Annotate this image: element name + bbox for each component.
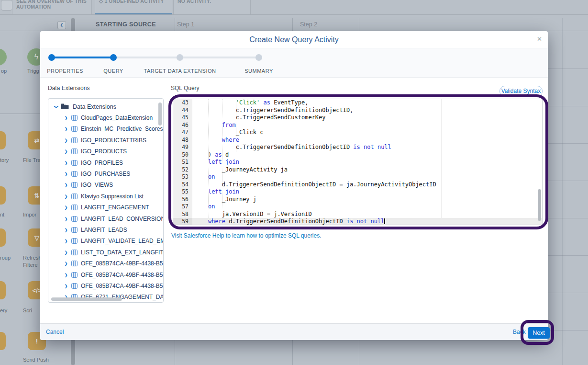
tree-item[interactable]: ❯OFE_085B74CA-49BF-4438-B566-	[48, 269, 163, 280]
chevron-right-icon[interactable]: ❯	[64, 205, 68, 210]
code-line-55[interactable]: 55 left join	[173, 188, 542, 196]
line-number: 47	[173, 129, 192, 137]
code-line-57[interactable]: 57 on	[173, 203, 542, 211]
code-line-49[interactable]: 49 c.TriggererSendDefinitionObjectID is …	[173, 144, 542, 151]
tree-item[interactable]: ❯IGO_VIEWS	[48, 180, 163, 191]
code-line-44[interactable]: 44 c.TriggererSendDefinitionObjectID,	[173, 107, 542, 114]
collapse-palette-button[interactable]: ❮	[57, 21, 66, 29]
chevron-right-icon[interactable]: ❯	[64, 160, 68, 165]
code-line-48[interactable]: 48 where	[173, 137, 542, 144]
palette-activity-icon[interactable]	[0, 281, 6, 299]
validate-syntax-button[interactable]: Validate Syntax	[499, 86, 543, 97]
chevron-right-icon[interactable]: ❯	[64, 138, 68, 143]
line-number: 54	[173, 181, 192, 189]
chevron-right-icon[interactable]: ❯	[64, 261, 68, 266]
data-extensions-tree: ❯ Data Extensions ❯CloudPages_DataExtens…	[48, 98, 164, 303]
create-query-activity-modal: Create New Query Activity ✕ PROPERTIESQU…	[40, 31, 548, 340]
code-line-43[interactable]: 43 'Click' as EventType,	[173, 99, 542, 107]
palette-label: Refresh Filtere	[23, 254, 42, 269]
close-icon[interactable]: ✕	[537, 36, 542, 42]
tree-item[interactable]: ❯OFE_085B74CA-49BF-4438-B566-	[48, 280, 163, 291]
code-line-54[interactable]: 54 d.TriggererSendDefinitionObjectID = j…	[173, 181, 542, 189]
step-dot-query[interactable]	[110, 54, 117, 61]
tree-item[interactable]: ❯IGO_PRODUCTATTRIBS	[48, 135, 163, 146]
data-extensions-heading: Data Extensions	[48, 85, 89, 91]
sql-help-link[interactable]: Visit Salesforce Help to learn how to op…	[171, 232, 322, 239]
back-link[interactable]: Back	[513, 329, 526, 335]
sql-editor[interactable]: 43 'Click' as EventType,44 c.TriggererSe…	[173, 99, 543, 225]
tab-no-activity[interactable]: NO ACTIVITY.	[173, 0, 251, 15]
chevron-right-icon[interactable]: ❯	[64, 126, 68, 131]
tree-item[interactable]: ❯Klaviyo Suppression List	[48, 191, 163, 202]
code-line-56[interactable]: 56 _Journey j	[173, 196, 542, 204]
palette-label: Scri	[23, 307, 32, 314]
sql-query-heading: SQL Query	[171, 85, 200, 91]
palette-label: Impor	[23, 211, 36, 218]
data-extension-icon	[71, 272, 78, 278]
tree-vertical-scrollbar[interactable]	[158, 103, 162, 125]
step-dot-target-data-extension[interactable]	[177, 54, 183, 61]
line-number: 44	[173, 107, 192, 114]
editor-scrollbar[interactable]	[538, 189, 541, 221]
line-number: 49	[173, 144, 192, 151]
tree-item[interactable]: ❯OFE_085B74CA-49BF-4438-B566-	[48, 258, 163, 269]
line-number: 56	[173, 196, 192, 204]
chevron-right-icon[interactable]: ❯	[64, 284, 68, 288]
tree-item[interactable]: ❯IGO_PROFILES	[48, 157, 163, 168]
chevron-right-icon[interactable]: ❯	[64, 182, 68, 187]
palette-activity-icon[interactable]	[0, 228, 6, 247]
chevron-right-icon[interactable]: ❯	[64, 273, 68, 277]
tree-horizontal-scrollbar[interactable]	[51, 297, 122, 301]
line-number: 52	[173, 166, 192, 174]
palette-activity-icon[interactable]	[0, 131, 6, 149]
tree-item[interactable]: ❯LANGFIT_VALIDATE_LEAD_EMAIL_	[48, 236, 163, 247]
chevron-down-icon[interactable]: ❯	[54, 104, 59, 109]
palette-activity-icon[interactable]	[0, 332, 6, 350]
chevron-right-icon[interactable]: ❯	[64, 171, 68, 176]
chevron-right-icon[interactable]: ❯	[64, 228, 68, 232]
code-line-59[interactable]: 59 where d.TriggererSendDefinitionObject…	[173, 218, 542, 225]
palette-label: tory	[0, 157, 9, 164]
data-extension-icon	[71, 216, 78, 222]
tree-item[interactable]: ❯LANGFIT_ENGAGEMENT	[48, 202, 163, 213]
chevron-right-icon[interactable]: ❯	[64, 149, 68, 154]
code-line-51[interactable]: 51 left join	[173, 159, 542, 166]
code-line-53[interactable]: 53 on	[173, 173, 542, 181]
chevron-right-icon[interactable]: ❯	[64, 239, 68, 243]
palette-activity-icon[interactable]	[0, 186, 6, 205]
column-header-step1: Step 1	[177, 21, 194, 28]
tree-item[interactable]: ❯LANGFIT_LEADS	[48, 224, 163, 235]
code-line-50[interactable]: 50 ) as d	[173, 151, 542, 159]
chevron-right-icon[interactable]: ❯	[64, 194, 68, 199]
tree-item[interactable]: ❯IGO_PURCHASES	[48, 168, 163, 179]
code-line-52[interactable]: 52 _JourneyActivity ja	[173, 166, 542, 174]
chevron-right-icon[interactable]: ❯	[64, 250, 68, 255]
canvas-grid-hline	[548, 255, 588, 256]
tree-item-label: LANGFIT_VALIDATE_LEAD_EMAIL_	[81, 238, 163, 244]
tree-item-label: OFE_085B74CA-49BF-4438-B566-	[81, 272, 163, 278]
tree-item[interactable]: ❯LANGFIT_LEAD_CONVERSION	[48, 213, 163, 224]
line-number: 58	[173, 211, 192, 218]
next-button[interactable]: Next	[528, 327, 550, 339]
step-label: QUERY	[103, 68, 123, 74]
code-line-45[interactable]: 45 c.TriggeredSendCustomerKey	[173, 114, 542, 122]
cancel-link[interactable]: Cancel	[46, 329, 64, 335]
tree-root-data-extensions[interactable]: ❯ Data Extensions	[48, 101, 163, 112]
tab-undefined-activity[interactable]: ◇ 1 UNDEFINED ACTIVITY	[95, 0, 172, 15]
tree-item[interactable]: ❯Einstein_MC_Predictive_Scores	[48, 124, 163, 135]
palette-activity-icon[interactable]: ϟ	[0, 48, 7, 66]
chevron-right-icon[interactable]: ❯	[64, 217, 68, 221]
chevron-right-icon[interactable]: ❯	[64, 115, 68, 120]
tab-overview-automation[interactable]: SEE AN OVERVIEW OF THIS AUTOMATION	[12, 0, 92, 15]
code-line-47[interactable]: 47 _Click c	[173, 129, 542, 137]
tree-item[interactable]: ❯CloudPages_DataExtension	[48, 112, 163, 123]
tree-item[interactable]: ❯IGO_PRODUCTS	[48, 146, 163, 157]
mini-tab[interactable]	[1, 0, 12, 11]
code-text: _Journey j	[192, 196, 542, 204]
step-dot-properties[interactable]	[48, 54, 55, 61]
tree-item[interactable]: ❯LIST_TO_DATA_EXT_LANGFIT	[48, 247, 163, 258]
step-dot-summary[interactable]	[255, 54, 262, 61]
code-line-58[interactable]: 58 ja.VersionID = j.VersionID	[173, 211, 542, 218]
code-text: c.TriggeredSendCustomerKey	[192, 114, 542, 122]
code-line-46[interactable]: 46 from	[173, 122, 542, 129]
